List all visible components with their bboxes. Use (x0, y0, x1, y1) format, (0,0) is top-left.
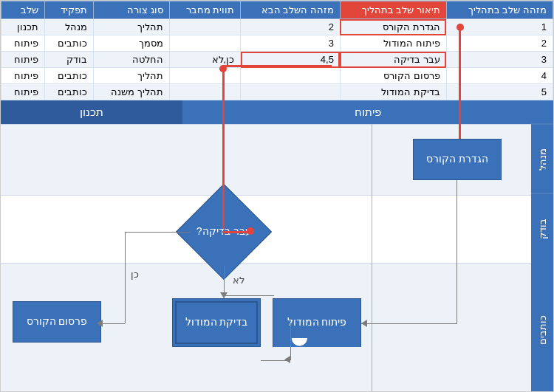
edge (456, 180, 457, 323)
table-row: 1 הגדרת הקורס 2 תהליך מנהל תכנון (1, 19, 553, 35)
process-table: מזהה שלב בתהליך תיאור שלב בתהליך מזהה הש… (1, 1, 553, 100)
lane-label-strip: מנהל בודק כותבים (531, 124, 553, 392)
phase-planning: תכנון (1, 100, 182, 124)
callout-dot (456, 24, 464, 31)
arrow-icon (97, 320, 103, 327)
col-connlabel: תווית מחבר (169, 1, 241, 19)
edge (125, 232, 190, 233)
col-phase: שלב (1, 1, 45, 19)
edge (101, 323, 125, 324)
flowchart: מנהל בודק כותבים הגדרת הקורס עבר בדיקה? … (1, 124, 553, 392)
phase-development: פיתוח (182, 100, 553, 124)
edge-label-yes: כן (131, 269, 139, 280)
lane-tester: בודק (531, 193, 553, 263)
callout-line (459, 24, 461, 139)
table-row: 2 פיתוח המודול 3 מסמך כותבים פיתוח (1, 35, 553, 52)
lane-writers: כותבים (531, 262, 553, 392)
cell-desc-2: עבר בדיקה (340, 52, 446, 68)
edge (224, 295, 274, 296)
callout-dot (247, 227, 254, 235)
arrow-icon (284, 356, 290, 363)
node-check-module: בדיקת המודול (172, 298, 261, 347)
callout-line (222, 65, 332, 67)
edge (125, 232, 126, 323)
edge-label-no: לא (233, 275, 244, 286)
col-desc: תיאור שלב בתהליך (340, 1, 446, 19)
node-publish-course: פרסום הקורס (13, 301, 101, 343)
document-wave-icon (273, 338, 360, 347)
lane-manager: מנהל (531, 124, 553, 193)
table-row: 5 בדיקת המודול תהליך משנה כותבים פיתוח (1, 84, 553, 100)
arrow-icon (220, 292, 228, 298)
table-row: 4 פרסום הקורס תהליך כותבים פיתוח (1, 68, 553, 84)
col-id: מזהה שלב בתהליך (446, 1, 553, 19)
col-shape: סוג צורה (94, 1, 169, 19)
node-define-course: הגדרת הקורס (413, 139, 502, 180)
phase-bar: תכנון פיתוח (1, 100, 553, 124)
callout-line (222, 94, 225, 229)
phase-divider (372, 124, 372, 392)
col-next: מזהה השלב הבא (241, 1, 341, 19)
cell-desc-0: הגדרת הקורס (340, 19, 446, 35)
arrow-icon (361, 320, 367, 327)
callout-dot (219, 65, 227, 72)
col-role: תפקיד (44, 1, 94, 19)
edge (290, 323, 291, 360)
edge (361, 323, 457, 324)
node-develop-module: פיתוח המודול (273, 298, 361, 347)
